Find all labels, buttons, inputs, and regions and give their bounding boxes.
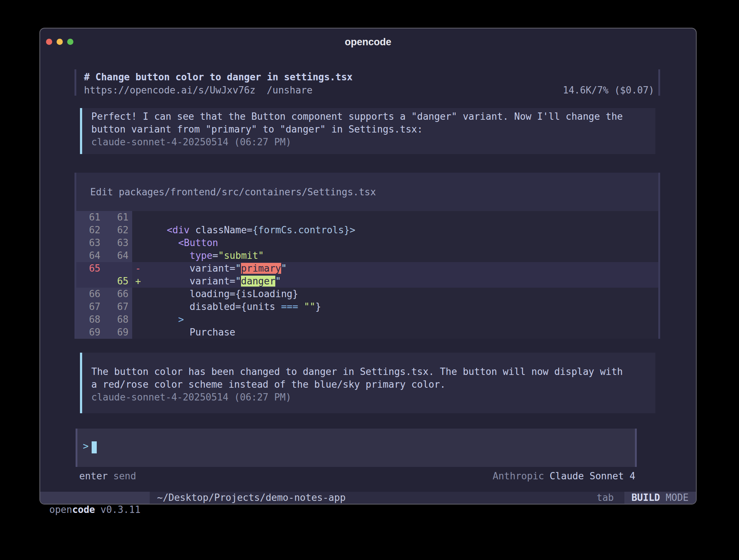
code-segment: className= [189,225,252,235]
share-url[interactable]: https://opencode.ai/s/UwJxv76z [84,85,256,96]
diff-row: 6161 [76,211,658,224]
code-segment: " [235,263,241,274]
header-left-border [74,69,76,96]
header-right-border [658,69,660,96]
mode-suffix: MODE [660,492,689,503]
diff-rows: 61616262 <div className={formCs.controls… [76,211,658,339]
diff-code-line: variant="primary" [144,262,658,275]
code-segment: > [178,314,184,325]
window-title: opencode [40,36,696,49]
diff-row: 6464 type="submit" [76,249,658,262]
mode-label: BUILD [631,492,660,503]
diff-view: Edit packages/frontend/src/containers/Se… [76,173,658,339]
model-indicator: AnthropicClaude Sonnet 4 [493,470,635,483]
titlebar: opencode [40,28,696,50]
working-directory: ~/Desktop/Projects/demo-notes-app [157,492,346,504]
diff-new-line-number: 69 [104,326,132,339]
diff-old-line-number: 67 [76,300,104,313]
diff-new-line-number: 68 [104,313,132,326]
diff-old-line-number: 62 [76,224,104,237]
diff-new-line-number: 63 [104,237,132,249]
code-segment: variant= [144,276,235,287]
diff-code-line: <div className={formCs.controls}> [144,224,658,237]
diff-code-line: variant="danger" [144,275,658,288]
code-segment: danger [241,276,275,287]
diff-new-line-number: 65 [104,275,132,288]
diff-row: 6262 <div className={formCs.controls}> [76,224,658,237]
code-segment: variant= [144,263,235,274]
diff-marker [132,211,144,224]
diff-new-line-number: 66 [104,288,132,300]
message-text-line: Perfect! I can see that the Button compo… [91,110,623,123]
code-segment: === [281,301,298,312]
diff-marker: + [132,275,144,288]
diff-old-line-number: 61 [76,211,104,224]
prompt-input[interactable]: > [76,429,637,467]
diff-old-line-number: 68 [76,313,104,326]
edit-tool-title: Edit packages/frontend/src/containers/Se… [90,186,376,199]
code-segment: " [275,276,281,287]
build-mode-badge: BUILD MODE [624,492,696,504]
diff-new-line-number: 64 [104,249,132,262]
code-segment: type [189,250,212,261]
diff-code-line: type="submit" [144,249,658,262]
app-name-open: open [49,504,72,515]
diff-marker [132,313,144,326]
diff-row: 6666 loading={isLoading} [76,288,658,300]
code-segment: primary [241,263,281,274]
diff-row: 6767 disabled={units === ""} [76,300,658,313]
diff-old-line-number: 66 [76,288,104,300]
code-segment: Purchase [144,327,235,338]
unshare-action: /unshare [267,85,313,96]
diff-marker [132,249,144,262]
code-segment [144,237,178,248]
code-segment [144,314,178,325]
diff-old-line-number: 65 [76,262,104,275]
prompt-symbol: > [83,440,89,453]
code-segment: disabled={units [144,301,281,312]
enter-hint-key: enter [79,471,108,482]
diff-row: 65+ variant="danger" [76,275,658,288]
code-segment: = [212,250,218,261]
diff-code-line: loading={isLoading} [144,288,658,300]
share-url-row: https://opencode.ai/s/UwJxv76z/unshare [84,84,313,97]
session-title: # Change button color to danger in setti… [84,71,353,84]
model-provider: Anthropic [493,471,544,482]
message-text-line: button variant from "primary" to "danger… [91,123,423,136]
diff-old-line-number: 63 [76,237,104,249]
diff-code-line: <Button [144,237,658,249]
enter-hint: entersend [79,470,136,483]
edit-tool-card: Edit packages/frontend/src/containers/Se… [74,173,660,339]
diff-marker [132,237,144,249]
text-cursor [92,441,97,453]
code-segment: loading={isLoading} [144,288,298,299]
code-segment: "" [304,301,315,312]
code-segment: " [281,263,287,274]
diff-marker [132,300,144,313]
diff-row: 6868 > [76,313,658,326]
diff-code-line: Purchase [144,326,658,339]
code-segment: "submit" [218,250,264,261]
diff-marker [132,224,144,237]
diff-code-line: > [144,313,658,326]
model-name: Claude Sonnet 4 [550,471,635,482]
diff-code-line [144,211,658,224]
diff-old-line-number: 64 [76,249,104,262]
diff-new-line-number [104,262,132,275]
diff-new-line-number: 62 [104,224,132,237]
diff-row: 65- variant="primary" [76,262,658,275]
assistant-message: Perfect! I can see that the Button compo… [80,108,655,154]
code-segment: <div [167,225,190,235]
message-text-line: a red/rose color scheme instead of the b… [91,378,446,391]
tab-hint: tab [597,492,614,504]
diff-row: 6969 Purchase [76,326,658,339]
context-usage: 14.6K/7% ($0.07) [563,84,654,97]
code-segment: } [315,301,321,312]
diff-row: 6363 <Button [76,237,658,249]
message-text-line: The button color has been changed to dan… [91,365,623,378]
app-window: opencode # Change button color to danger… [39,28,697,505]
app-version-segment: opencodev0.3.11 [40,492,150,504]
diff-marker [132,326,144,339]
assistant-message: The button color has been changed to dan… [80,353,655,413]
enter-hint-action: send [113,471,136,482]
